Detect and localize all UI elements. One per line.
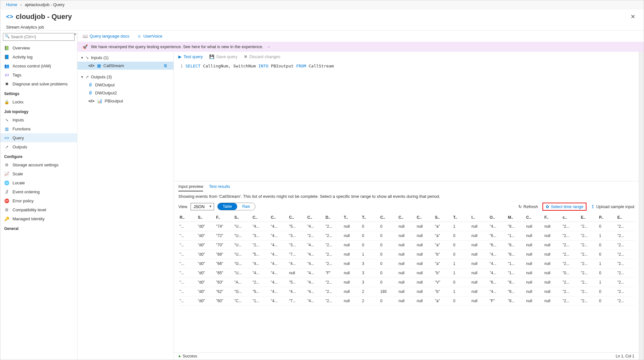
sidebar-item-outputs[interactable]: ➚Outputs xyxy=(0,142,77,151)
inputs-icon: ➘ xyxy=(4,117,9,122)
scrollbar[interactable] xyxy=(639,52,644,360)
table-cell: 0 xyxy=(598,222,616,231)
refresh-button[interactable]: ↻ Refresh xyxy=(518,204,538,209)
tree-input-callstream[interactable]: </>▦CallStream🗎 xyxy=(77,62,174,70)
search-input[interactable] xyxy=(3,33,75,41)
sidebar-item-query[interactable]: <>Query xyxy=(0,133,77,142)
book-icon: 📖 xyxy=(83,34,88,39)
tree-output-dwoutput2[interactable]: 🛢DWOutput2 xyxy=(77,89,174,97)
table-cell: "2... xyxy=(561,222,580,231)
table-cell: null xyxy=(343,231,361,240)
table-cell: "... xyxy=(178,240,197,250)
tree-inputs-group[interactable]: ▼ ➘ Inputs (1) xyxy=(77,54,174,62)
uservoice-link[interactable]: ☺ UserVoice xyxy=(137,34,163,39)
table-header[interactable]: F.. xyxy=(543,213,561,222)
tree-item-label: PBIoutput xyxy=(105,99,123,103)
table-header[interactable]: P.. xyxy=(598,213,616,222)
tree-outputs-group[interactable]: ▼ ➚ Outputs (3) xyxy=(77,73,174,81)
table-cell: "b" xyxy=(434,287,452,296)
table-header[interactable]: S.. xyxy=(197,213,215,222)
caret-icon: ▼ xyxy=(81,56,84,59)
table-header[interactable]: C.. xyxy=(270,213,288,222)
table-header[interactable]: D.. xyxy=(324,213,343,222)
table-header[interactable]: C.. xyxy=(525,213,543,222)
test-query-button[interactable]: ▶ Test query xyxy=(178,54,203,59)
sidebar-item-storage[interactable]: ⚙Storage account settings xyxy=(0,160,77,169)
sidebar-item-inputs[interactable]: ➘Inputs xyxy=(0,115,77,124)
table-row[interactable]: "..."d0""70""U..."2..."4..."3..."4..."2.… xyxy=(178,240,634,250)
table-cell: "2... xyxy=(324,277,343,287)
table-cell: "2... xyxy=(580,296,598,305)
tab-test-results[interactable]: Test results xyxy=(209,184,230,191)
sidebar-item-access[interactable]: 👥Access control (IAM) xyxy=(0,61,77,70)
table-row[interactable]: "..."d0""62""G..."5..."4..."4..."4..."2.… xyxy=(178,287,634,296)
query-docs-link[interactable]: 📖 Query language docs xyxy=(83,34,130,39)
table-cell: "2... xyxy=(580,268,598,277)
table-cell: null xyxy=(416,222,434,231)
table-cell: "... xyxy=(178,250,197,259)
sidebar-item-ordering[interactable]: ⇵Event ordering xyxy=(0,187,77,196)
table-cell: "4... xyxy=(270,240,288,250)
sidebar-item-identity[interactable]: 🔑Managed Identity xyxy=(0,214,77,223)
table-cell: "... xyxy=(178,277,197,287)
table-row[interactable]: "..."d0""66""G..."4..."4..."4..."4..."2.… xyxy=(178,259,634,268)
tree-output-pbioutput[interactable]: </>📊PBIoutput xyxy=(77,97,174,105)
table-header[interactable]: T.. xyxy=(343,213,361,222)
sidebar-item-overview[interactable]: 📗Overview xyxy=(0,43,77,52)
table-header[interactable]: C.. xyxy=(397,213,416,222)
table-header[interactable]: c.. xyxy=(561,213,580,222)
table-header[interactable]: R.. xyxy=(178,213,197,222)
sidebar-item-compat[interactable]: ⚙Compatibility level xyxy=(0,205,77,214)
tree-output-dwoutput[interactable]: 🛢DWOutput xyxy=(77,81,174,89)
table-header[interactable]: E.. xyxy=(616,213,634,222)
sidebar-item-functions[interactable]: ▥Functions xyxy=(0,124,77,133)
select-time-range-button[interactable]: ✿ Select time range xyxy=(542,203,586,211)
table-header[interactable]: C.. xyxy=(416,213,434,222)
table-header[interactable]: C.. xyxy=(251,213,270,222)
table-cell: "F" xyxy=(324,268,343,277)
sidebar-item-locale[interactable]: 🌐Locale xyxy=(0,178,77,187)
sidebar-item-tags[interactable]: 🏷Tags xyxy=(0,70,77,79)
table-header[interactable]: M.. xyxy=(507,213,525,222)
table-header[interactable]: T.. xyxy=(452,213,470,222)
tab-input-preview[interactable]: Input preview xyxy=(178,184,203,191)
sidebar-item-error[interactable]: ⛔Error policy xyxy=(0,196,77,205)
sidebar-item-activity[interactable]: 📘Activity log xyxy=(0,52,77,61)
table-header[interactable]: T.. xyxy=(361,213,379,222)
table-row[interactable]: "..."d0""74""U..."4..."4..."5..."4..."2.… xyxy=(178,222,634,231)
table-row[interactable]: "..."d0""65""U..."4..."4...null"4..."F"n… xyxy=(178,268,634,277)
table-header[interactable]: S.. xyxy=(434,213,452,222)
code-editor[interactable]: 1 SELECT CallingNum, SwitchNum INTO PBIo… xyxy=(174,62,639,181)
breadcrumb-home[interactable]: Home xyxy=(6,2,17,7)
table-cell: "72" xyxy=(215,231,233,240)
view-select[interactable]: JSON xyxy=(191,203,214,210)
table-row[interactable]: "..."d0""63""A..."2..."4..."5..."4..."2.… xyxy=(178,277,634,287)
table-header[interactable]: O.. xyxy=(488,213,507,222)
table-header[interactable]: C.. xyxy=(379,213,397,222)
table-header[interactable]: C.. xyxy=(288,213,306,222)
play-icon: ▶ xyxy=(178,54,182,59)
table-row[interactable]: "..."d0""72""U..."3..."4..."3..."2..."2.… xyxy=(178,231,634,240)
table-header[interactable]: I.. xyxy=(470,213,488,222)
discard-button[interactable]: ✖ Discard changes xyxy=(244,54,281,59)
upload-sample-button[interactable]: ↥ Upload sample input xyxy=(591,204,634,209)
sidebar-item-diagnose[interactable]: ✖Diagnose and solve problems xyxy=(0,79,77,88)
save-query-button[interactable]: 💾 Save query xyxy=(209,54,237,59)
table-header[interactable]: F.. xyxy=(215,213,233,222)
sidebar-item-scale[interactable]: 📈Scale xyxy=(0,169,77,178)
table-header[interactable]: C.. xyxy=(306,213,324,222)
toggle-raw[interactable]: Raw xyxy=(237,203,255,210)
sidebar-item-locks[interactable]: 🔒Locks xyxy=(0,97,77,106)
table-cell: "2... xyxy=(561,287,580,296)
locks-icon: 🔒 xyxy=(4,99,9,104)
table-header[interactable]: S.. xyxy=(233,213,251,222)
close-button[interactable]: ✕ xyxy=(628,12,638,22)
toggle-table[interactable]: Table xyxy=(218,203,237,210)
table-row[interactable]: "..."d0""60""C..."1..."4..."7..."4..."2.… xyxy=(178,296,634,305)
table-cell: 3 xyxy=(361,277,379,287)
table-cell: null xyxy=(397,231,416,240)
query-docs-label: Query language docs xyxy=(90,34,130,39)
banner-arrow-icon[interactable]: → xyxy=(266,44,271,49)
table-row[interactable]: "..."d0""68""U..."5..."4..."7..."4..."2.… xyxy=(178,250,634,259)
table-header[interactable]: E.. xyxy=(580,213,598,222)
